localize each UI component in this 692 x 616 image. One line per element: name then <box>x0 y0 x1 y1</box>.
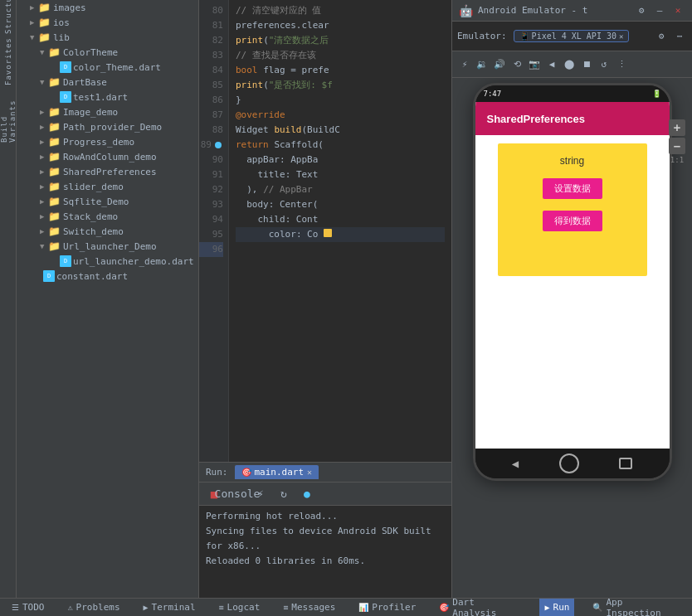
device-chip[interactable]: 📱 Pixel 4 XL API 30 ✕ <box>514 30 630 42</box>
home-icon[interactable]: ⬤ <box>562 57 577 72</box>
status-bar: ☰ TODO ⚠ Problems ▶ Terminal ≡ Logcat ≡ … <box>0 598 692 616</box>
app-inspection-label: App Inspection <box>606 597 680 617</box>
app-inspection-item[interactable]: 🔍 App Inspection <box>587 599 685 616</box>
zoom-controls: + − 1:1 <box>669 119 685 164</box>
messages-item[interactable]: ≡ Messages <box>278 599 340 616</box>
project-sidebar: ▶ 📁 images ▶ 📁 ios ▼ 📁 lib ▼ 📁 ColorThem… <box>17 0 199 598</box>
sidebar-item-rowandcolumn[interactable]: ▶ 📁 RowAndColumn_demo <box>17 149 198 164</box>
messages-label: Messages <box>291 602 335 613</box>
set-data-button[interactable]: 设置数据 <box>543 178 602 199</box>
dart-analysis-icon: 🎯 <box>439 603 449 612</box>
phone-container: 7:47 🔋 SharedPreferences string 设置数据 得 <box>452 78 692 598</box>
sidebar-item-slider-demo[interactable]: ▶ 📁 slider_demo <box>17 179 198 194</box>
code-editor: 8081828384 85868788 89 9091929394 9596 /… <box>199 0 451 462</box>
phone-screen: SharedPreferences string 设置数据 得到数据 <box>475 102 670 449</box>
sidebar-item-url-launcher-dart[interactable]: D url_launcher_demo.dart <box>17 254 198 269</box>
nav-recent-button[interactable] <box>619 458 632 469</box>
console-toolbar: ■ Console ⚡ ↻ ● <box>199 483 451 506</box>
sidebar-item-sharedpreferences[interactable]: ▶ 📁 SharedPreferences <box>17 164 198 179</box>
profiler-icon: 📊 <box>358 603 368 612</box>
profiler-item[interactable]: 📊 Profiler <box>353 599 421 616</box>
todo-label: TODO <box>22 602 45 613</box>
yellow-box: string 设置数据 得到数据 <box>498 143 647 276</box>
run-status-label: Run <box>553 602 570 613</box>
phone-status-bar: 7:47 🔋 <box>475 85 670 102</box>
zoom-in-button[interactable]: + <box>669 119 685 136</box>
recent-icon[interactable]: ⏹ <box>579 57 594 72</box>
terminal-item[interactable]: ▶ Terminal <box>139 599 201 616</box>
sidebar-item-path-provider[interactable]: ▶ 📁 Path_provider_Demo <box>17 119 198 134</box>
sidebar-item-constant-dart[interactable]: D constant.dart <box>17 269 198 284</box>
app-inspection-icon: 🔍 <box>592 603 602 612</box>
messages-icon: ≡ <box>283 603 288 612</box>
todo-item[interactable]: ☰ TODO <box>7 599 50 616</box>
console-line-2: Syncing files to device Android SDK buil… <box>206 524 445 554</box>
sidebar-item-progress-demo[interactable]: ▶ 📁 Progress_demo <box>17 134 198 149</box>
window-controls: ⚙ — ✕ <box>634 3 685 18</box>
run-tab-close[interactable]: ✕ <box>307 468 312 477</box>
favorites-icon[interactable]: Favorites <box>2 55 15 68</box>
console-tab[interactable]: Console <box>229 486 246 502</box>
emulator-title: Android Emulator - t <box>478 5 629 16</box>
settings-button[interactable]: ● <box>299 486 315 502</box>
emulator-options-icon[interactable]: ⋯ <box>672 29 687 44</box>
problems-label: Problems <box>76 602 120 613</box>
left-icon-strip: Structure Favorites Build Variants <box>0 0 17 598</box>
lightning-button[interactable]: ⚡ <box>252 486 269 502</box>
minimize-button[interactable]: — <box>652 3 667 18</box>
sidebar-item-sqflite[interactable]: ▶ 📁 Sqflite_Demo <box>17 194 198 209</box>
zoom-out-button[interactable]: − <box>669 138 685 154</box>
sidebar-item-dartbase[interactable]: ▼ 📁 DartBase <box>17 75 198 90</box>
structure-icon[interactable]: Structure <box>2 3 15 17</box>
sidebar-item-image-demo[interactable]: ▶ 📁 Image_demo <box>17 104 198 119</box>
nav-home-button[interactable] <box>559 454 579 473</box>
profiler-label: Profiler <box>372 602 416 613</box>
sidebar-item-ios[interactable]: ▶ 📁 ios <box>17 15 198 30</box>
app-content: string 设置数据 得到数据 <box>475 135 670 449</box>
string-label: string <box>560 155 584 167</box>
app-bar: SharedPreferences <box>475 102 670 135</box>
gear-icon[interactable]: ⚙ <box>634 3 649 18</box>
sidebar-item-url-launcher[interactable]: ▼ 📁 Url_launcher_Demo <box>17 239 198 254</box>
dart-analysis-label: Dart Analysis <box>452 597 521 617</box>
back-icon[interactable]: ◀ <box>544 57 559 72</box>
line-numbers: 8081828384 85868788 89 9091929394 9596 <box>199 0 229 462</box>
dart-analysis-item[interactable]: 🎯 Dart Analysis <box>434 599 526 616</box>
fold-icon[interactable]: ↺ <box>597 57 612 72</box>
reload-button[interactable]: ↻ <box>275 486 292 502</box>
volume-down-icon[interactable]: 🔉 <box>475 57 490 72</box>
screenshot-icon[interactable]: 📷 <box>527 57 542 72</box>
nav-back-button[interactable]: ◀ <box>512 457 519 470</box>
sidebar-item-stack-demo[interactable]: ▶ 📁 Stack_demo <box>17 209 198 224</box>
phone-status-icon: 🔋 <box>652 90 661 98</box>
run-status-item[interactable]: ▶ Run <box>539 599 574 616</box>
logcat-icon: ≡ <box>219 603 224 612</box>
power-icon[interactable]: ⚡ <box>457 57 472 72</box>
problems-icon: ⚠ <box>68 603 73 612</box>
emulator-toolbar: ⚡ 🔉 🔊 ⟲ 📷 ◀ ⬤ ⏹ ↺ ⋮ <box>452 51 692 78</box>
close-button[interactable]: ✕ <box>670 3 685 18</box>
device-close-icon[interactable]: ✕ <box>619 32 623 41</box>
sidebar-item-lib[interactable]: ▼ 📁 lib <box>17 30 198 45</box>
logcat-label: Logcat <box>227 602 261 613</box>
terminal-icon: ▶ <box>144 603 149 612</box>
get-data-button[interactable]: 得到数据 <box>543 211 602 231</box>
sidebar-item-switch-demo[interactable]: ▶ 📁 Switch_demo <box>17 224 198 239</box>
sidebar-item-test1-dart[interactable]: D test1.dart <box>17 90 198 104</box>
more-icon[interactable]: ⋮ <box>614 57 629 72</box>
volume-up-icon[interactable]: 🔊 <box>492 57 507 72</box>
console-panel: ■ Console ⚡ ↻ ● Performing hot reload...… <box>199 482 451 598</box>
sidebar-item-images[interactable]: ▶ 📁 images <box>17 0 198 15</box>
code-content[interactable]: // 清空键对应的 值 preferences.clear print("清空数… <box>229 0 451 462</box>
sidebar-item-colortheme[interactable]: ▼ 📁 ColorTheme <box>17 45 198 60</box>
run-bar: Run: 🎯 main.dart ✕ <box>199 462 451 482</box>
app-bar-title: SharedPreferences <box>487 113 586 125</box>
zoom-label: 1:1 <box>669 156 685 164</box>
emulator-gear-icon[interactable]: ⚙ <box>654 29 669 44</box>
logcat-item[interactable]: ≡ Logcat <box>214 599 266 616</box>
run-tab[interactable]: 🎯 main.dart ✕ <box>235 465 319 479</box>
rotate-icon[interactable]: ⟲ <box>509 57 524 72</box>
sidebar-item-color-theme-dart[interactable]: D color_Theme.dart <box>17 60 198 75</box>
problems-item[interactable]: ⚠ Problems <box>63 599 125 616</box>
build-variants-icon[interactable]: Build Variants <box>2 114 15 128</box>
